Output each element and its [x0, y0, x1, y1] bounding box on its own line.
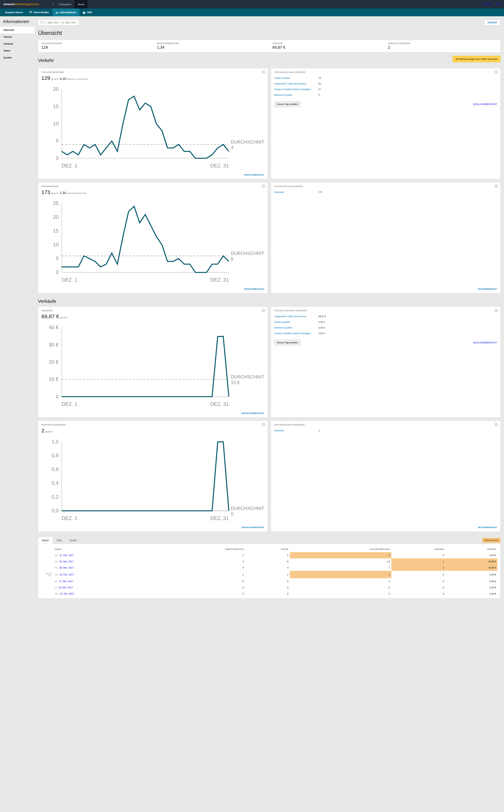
list-row: Organischer Traffic bei Amazon 50: [274, 81, 497, 86]
svg-text:DEZ. 31: DEZ. 31: [210, 401, 229, 407]
svg-text:0,4: 0,4: [52, 480, 59, 486]
col-einheiten[interactable]: Einheiten: [391, 546, 445, 552]
link-verkaufsuebersicht[interactable]: VERKAUFSÜBERSICHT: [241, 412, 264, 414]
source-name[interactable]: Markierte Quellen: [274, 326, 317, 329]
source-value: 50: [318, 82, 329, 85]
date-link[interactable]: 29. Dez. 2017: [59, 566, 74, 569]
overview-views-per-visitor: ANSICHTEN/BESUCHER1,34: [154, 42, 269, 50]
col-datum[interactable]: Datum: [53, 546, 150, 552]
list-row: Markierte Quellen 0: [274, 92, 497, 98]
info-icon[interactable]: i: [495, 309, 498, 312]
date-link[interactable]: 31. Dez. 2017: [59, 554, 74, 556]
link-seitenuebersicht[interactable]: SEITENÜBERSICHT: [478, 288, 497, 290]
sort-arrow-icon[interactable]: ↓: [42, 548, 44, 550]
card-top-pages-views: i TOP SEITEN NACH AUFRUFE Startseite 173…: [271, 182, 501, 293]
svg-text:25: 25: [53, 200, 59, 206]
tab-datum[interactable]: Datum: [38, 537, 53, 544]
svg-text:1,0: 1,0: [52, 439, 59, 444]
chart-sales: 010 €20 €30 €40 € DURCHSCHNITT 10 € DEZ.…: [41, 323, 264, 409]
top-nav-dropdown[interactable]: [50, 0, 56, 8]
section-verkehr: Verkehr: [38, 58, 54, 63]
svg-text:DEZ. 1: DEZ. 1: [62, 163, 77, 168]
col-ansichten-besucher[interactable]: Ansichten/Besucher: [290, 546, 391, 552]
list-row: Startseite 173: [274, 189, 497, 195]
sidebar-item-verkehr[interactable]: Verkehr: [0, 33, 34, 40]
sidebar-item-quellen[interactable]: Quellen: [0, 54, 34, 61]
svg-text:15: 15: [53, 228, 59, 234]
col-verkaeufe[interactable]: Verkäufe: [445, 546, 497, 552]
source-value: 0,00 €: [318, 332, 329, 335]
svg-text:10: 10: [53, 121, 59, 126]
svg-text:30 €: 30 €: [49, 342, 59, 348]
top-nav-stores[interactable]: Stores: [74, 0, 88, 8]
list-row: Amazon Headline Search-Anzeigen 0,00 €: [274, 330, 497, 336]
info-icon[interactable]: i: [495, 184, 498, 188]
source-value: 69,87 €: [318, 315, 329, 318]
link-trafficuebersicht[interactable]: TRAFFICÜBERSICHT: [244, 288, 264, 290]
date-range-picker[interactable]: 1. DEZ. 2017 – 31. DEZ. 2017: [38, 19, 79, 25]
export-button[interactable]: EXPORT: [484, 20, 500, 25]
info-icon[interactable]: i: [262, 70, 265, 74]
source-value: 47: [318, 88, 329, 91]
source-name[interactable]: Startseite: [274, 429, 317, 432]
info-icon[interactable]: i: [262, 423, 265, 426]
link-quellenuebersicht[interactable]: QUELLENÜBERSICHT: [473, 341, 497, 344]
logo-marketing: marketingservices: [15, 2, 39, 6]
source-name[interactable]: Amazon Headline Search-Anzeigen: [274, 332, 317, 335]
help-link[interactable]: Hilfe: [496, 3, 500, 5]
tab-quelle[interactable]: Quelle: [66, 537, 80, 544]
source-name[interactable]: Andere Quellen: [274, 77, 317, 79]
source-list-sales: Organischer Traffic bei Amazon 69,87 € A…: [274, 314, 497, 336]
source-name[interactable]: Startseite: [274, 191, 317, 193]
subnav-hilfe[interactable]: ? Hilfe: [79, 8, 95, 16]
sidebar-item-uebersicht[interactable]: Übersicht: [0, 27, 34, 33]
col-besucher[interactable]: Tägliche Besucher: [150, 546, 245, 552]
svg-rect-2: [56, 13, 56, 14]
link-quellenuebersicht[interactable]: QUELLENÜBERSICHT: [473, 103, 497, 105]
overview-sales: VERKÄUFE69,87 €: [269, 42, 385, 50]
top-nav-kampagnen[interactable]: Kampagnen: [56, 0, 74, 8]
source-tag-button[interactable]: Source-Tag erstellen: [274, 101, 301, 107]
sidebar-title: Informationen: [0, 16, 34, 27]
subnav-amazon-stores[interactable]: Amazon Stores: [2, 8, 26, 16]
subnav-store-builder[interactable]: Store Builder: [26, 8, 52, 16]
top-right: Ihr Konto ▾ | Hilfe: [482, 3, 500, 5]
page-list-units: Startseite 2: [274, 428, 497, 433]
date-link[interactable]: 25. Dez. 2017: [60, 592, 74, 595]
info-icon[interactable]: i: [495, 423, 498, 426]
source-name[interactable]: Markierte Quellen: [274, 94, 317, 96]
tab-seite[interactable]: Seite: [53, 537, 66, 544]
promo-banner[interactable]: Mit Werbeanzeigen den Traffic ankurbeln: [453, 56, 500, 62]
top-bar: amazonmarketingservices Kampagnen Stores…: [0, 0, 504, 8]
sidebar-item-verkaeufe[interactable]: Verkäufe: [0, 40, 34, 47]
sidebar: Informationen Übersicht Verkehr Verkäufe…: [0, 16, 34, 605]
link-verkaufsuebersicht[interactable]: VERKAUFSÜBERSICHT: [241, 526, 264, 528]
subnav-informationen[interactable]: Informationen: [52, 8, 79, 16]
svg-text:0,8: 0,8: [52, 453, 59, 458]
list-row: Andere Quellen 76: [274, 75, 497, 81]
overview-strip: TÄGLICHE BESUCHER129 ANSICHTEN/BESUCHER1…: [38, 40, 500, 52]
source-name[interactable]: Organischer Traffic bei Amazon: [274, 82, 317, 85]
source-name[interactable]: Andere Quellen: [274, 321, 317, 323]
svg-text:0: 0: [56, 394, 59, 399]
link-seitenuebersicht[interactable]: SEITENÜBERSICHT: [478, 526, 497, 528]
info-icon[interactable]: i: [495, 70, 498, 74]
sidebar-item-seiten[interactable]: Seiten: [0, 47, 34, 54]
logo[interactable]: amazonmarketingservices: [4, 2, 39, 6]
svg-text:DURCHSCHNITT: DURCHSCHNITT: [231, 251, 264, 256]
source-name[interactable]: Amazon Headline Search-Anzeigen: [274, 88, 317, 91]
date-link[interactable]: 26. Dez. 2017: [59, 586, 73, 589]
source-tag-button[interactable]: Source-Tag erstellen: [274, 340, 301, 346]
date-link[interactable]: 27. Dez. 2017: [59, 580, 73, 582]
link-trafficuebersicht[interactable]: TRAFFICÜBERSICHT: [244, 174, 264, 176]
svg-rect-1: [29, 11, 32, 12]
date-link[interactable]: 30. Dez. 2017: [59, 560, 74, 563]
date-link[interactable]: 28. Dez. 2017: [60, 573, 74, 576]
source-name[interactable]: Organischer Traffic bei Amazon: [274, 315, 317, 318]
account-menu[interactable]: Ihr Konto ▾: [482, 3, 492, 5]
col-aufrufe[interactable]: Aufrufe: [245, 546, 290, 552]
info-icon[interactable]: i: [262, 309, 265, 312]
info-icon[interactable]: i: [262, 184, 265, 188]
svg-rect-4: [57, 12, 58, 14]
source-value: 0: [318, 94, 329, 96]
